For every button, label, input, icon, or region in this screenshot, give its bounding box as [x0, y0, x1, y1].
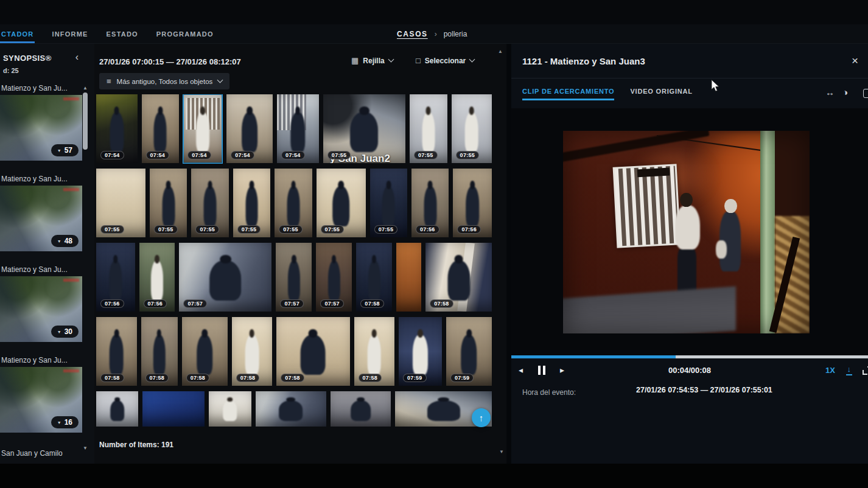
camera-thumbnail[interactable]: ▼48	[0, 186, 82, 251]
grid-view-dropdown[interactable]: ▦ Rejilla	[351, 56, 393, 65]
person-silhouette	[288, 260, 300, 301]
detection-row: 07:5507:5507:5507:5507:5507:5507:5507:56…	[96, 169, 492, 237]
person-silhouette	[223, 400, 237, 421]
clipped-tool-icon[interactable]	[863, 89, 868, 98]
detection-thumbnail[interactable]: 07:54	[183, 94, 222, 163]
detection-thumbnail[interactable]	[396, 243, 421, 312]
contrast-icon[interactable]: ◑	[842, 88, 848, 97]
sidebar-scroll-down-icon[interactable]: ▼	[83, 445, 88, 451]
camera-item[interactable]: Matienzo y San Ju...▼57	[0, 84, 91, 161]
detection-thumbnail[interactable]: 07:57	[316, 243, 352, 312]
detection-thumbnail[interactable]: 07:55	[233, 169, 270, 237]
fullscreen-icon[interactable]	[863, 366, 868, 375]
expand-width-icon[interactable]: ↔	[825, 88, 835, 97]
detection-thumbnail[interactable]: 07:58	[356, 243, 392, 312]
detection-thumbnail[interactable]: 07:54	[142, 94, 180, 163]
scroll-to-top-button[interactable]: ↑	[472, 408, 491, 427]
thumbnail-timestamp: 07:55	[279, 225, 303, 234]
detection-thumbnail[interactable]: 07:55	[96, 169, 145, 237]
detection-thumbnail[interactable]: 07:55	[452, 94, 492, 163]
select-dropdown[interactable]: □ Seleccionar	[416, 56, 474, 65]
detection-thumbnail[interactable]: 07:55	[317, 169, 366, 237]
playback-speed-button[interactable]: 1X	[825, 366, 835, 375]
sidebar-collapse-icon[interactable]: ‹	[75, 52, 79, 63]
detection-thumbnail[interactable]	[142, 391, 205, 427]
detection-thumbnail[interactable]: 07:55	[275, 169, 312, 237]
detection-thumbnail[interactable]	[331, 391, 391, 427]
detection-thumbnail[interactable]: 07:59	[399, 317, 442, 386]
thumbnail-timestamp: 07:55	[321, 225, 345, 234]
person-silhouette	[245, 335, 259, 375]
clip-tab-clip-de-acercamiento[interactable]: CLIP DE ACERCAMIENTO	[522, 88, 614, 100]
detection-thumbnail[interactable]: 07:58	[354, 317, 395, 386]
detection-count: 57	[65, 146, 72, 155]
detection-thumbnail[interactable]: 07:57	[179, 243, 271, 312]
detection-thumbnail[interactable]: 07:55	[150, 169, 187, 237]
person-silhouette	[466, 186, 479, 226]
detection-thumbnail[interactable]: 07:55	[191, 169, 228, 237]
detection-thumbnail[interactable]: 07:58	[141, 317, 178, 386]
nav-tab-estado[interactable]: ESTADO	[105, 25, 139, 43]
nav-tab-ctador[interactable]: CTADOR	[0, 25, 35, 43]
detection-count-badge: ▼30	[51, 326, 79, 338]
person-silhouette	[382, 186, 395, 226]
sidebar-scroll-up-icon[interactable]: ▲	[83, 85, 88, 91]
camera-list: Matienzo y San Ju...▼57Matienzo y San Ju…	[0, 84, 91, 447]
video-frame[interactable]	[563, 131, 810, 333]
person-silhouette	[351, 400, 371, 421]
badge-arrow-icon: ▼	[57, 239, 61, 243]
detection-thumbnail[interactable]: y San Juan207:55	[323, 94, 405, 163]
detection-thumbnail[interactable]: 07:58	[276, 317, 349, 386]
camera-item-partial-label[interactable]: San Juan y Camilo	[1, 449, 63, 458]
detection-thumbnail[interactable]	[256, 391, 327, 427]
detection-thumbnail[interactable]: 07:57	[276, 243, 312, 312]
thumbnail-timestamp: 07:58	[360, 299, 384, 308]
thumbnail-timestamp: 07:58	[236, 374, 260, 382]
app-root: CTADORINFORMEESTADOPROGRAMADO CASOS › po…	[0, 0, 868, 488]
detection-thumbnail[interactable]: 07:54	[96, 94, 138, 163]
select-label: Seleccionar	[425, 57, 466, 65]
person-silhouette	[110, 400, 125, 421]
time-range-label: 27/01/26 07:00:15 — 27/01/26 08:12:07	[99, 57, 241, 66]
clip-tab-video-original[interactable]: VIDEO ORIGINAL	[630, 88, 692, 100]
breadcrumb-cases-link[interactable]: CASOS	[397, 30, 428, 38]
detection-thumbnail[interactable]: 07:55	[370, 169, 407, 237]
camera-thumbnail[interactable]: ▼30	[0, 276, 82, 342]
camera-thumbnail[interactable]: ▼16	[0, 367, 82, 433]
sidebar-scrollbar-thumb[interactable]	[83, 92, 88, 150]
camera-item[interactable]: Matienzo y San Ju...▼16	[0, 356, 91, 433]
close-icon[interactable]: ×	[852, 55, 858, 66]
thumbnail-timestamp: 07:58	[359, 374, 382, 382]
person-silhouette	[367, 335, 381, 375]
detection-thumbnail[interactable]: 07:58	[182, 317, 228, 386]
detection-thumbnail[interactable]: 07:59	[446, 317, 492, 386]
clip-tools: ↔ ◑	[825, 88, 848, 97]
detection-thumbnail[interactable]: 07:58	[96, 317, 137, 386]
detection-thumbnail[interactable]	[96, 391, 138, 427]
grid-scroll-up-icon[interactable]: ▲	[498, 49, 503, 54]
download-icon[interactable]: ↓	[846, 364, 853, 375]
detection-thumbnail[interactable]: 07:58	[232, 317, 273, 386]
detection-thumbnail[interactable]: 07:56	[139, 243, 175, 312]
detection-thumbnail[interactable]: 07:54	[226, 94, 273, 163]
person-silhouette	[196, 112, 209, 152]
nav-tab-programado[interactable]: PROGRAMADO	[155, 25, 215, 43]
sort-filter-dropdown[interactable]: ≡ Más antiguo, Todos los objetos	[99, 73, 229, 89]
detection-thumbnail[interactable]: 07:56	[453, 169, 492, 237]
detection-thumbnail[interactable]: 07:55	[410, 94, 447, 163]
detection-thumbnail[interactable]: 07:58	[425, 243, 492, 312]
camera-item[interactable]: Matienzo y San Ju...▼30	[0, 265, 91, 342]
camera-thumbnail[interactable]: ▼57	[0, 95, 82, 161]
detection-row: 07:5807:5807:5807:5807:5807:5807:5907:59	[96, 317, 492, 386]
person-silhouette	[301, 335, 326, 375]
grid-scroll-down-icon[interactable]: ▼	[499, 449, 504, 455]
person-silhouette	[368, 260, 380, 301]
detection-thumbnail[interactable]: 07:56	[411, 169, 449, 237]
detection-thumbnail[interactable]	[209, 391, 251, 427]
seek-bar[interactable]	[511, 355, 868, 358]
detection-thumbnail[interactable]: 07:56	[96, 243, 135, 312]
detection-thumbnail[interactable]: 07:54	[277, 94, 319, 163]
nav-tab-informe[interactable]: INFORME	[51, 25, 89, 43]
detections-panel: 27/01/26 07:00:15 — 27/01/26 08:12:07 ▦ …	[94, 44, 506, 464]
camera-item[interactable]: Matienzo y San Ju...▼48	[0, 175, 91, 251]
